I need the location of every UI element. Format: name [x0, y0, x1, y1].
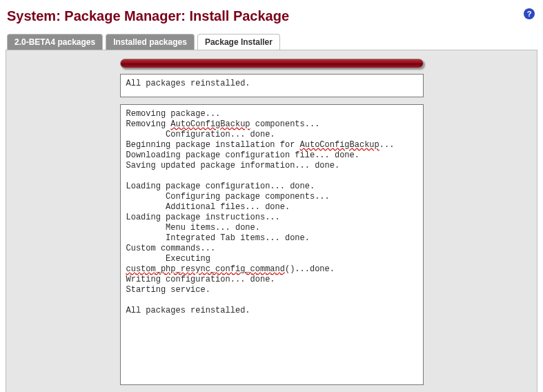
log-token: Removing package... — [126, 109, 221, 119]
log-line: Loading package configuration... done. — [126, 182, 417, 192]
page-title: System: Package Manager: Install Package — [7, 8, 289, 24]
log-token: Integrated Tab items... done. — [126, 233, 310, 243]
content-panel: All packages reinstalled. Removing packa… — [6, 50, 537, 392]
log-line: Beginning package installation for AutoC… — [126, 140, 417, 150]
log-line: Integrated Tab items... done. — [126, 233, 417, 244]
log-line: Additional files... done. — [126, 202, 417, 213]
log-token: components... — [250, 119, 320, 129]
log-token: Saving updated package information... do… — [126, 161, 340, 170]
help-icon[interactable]: ? — [524, 8, 535, 19]
log-line: All packages reinstalled. — [126, 306, 417, 316]
log-token: Menu items... done. — [126, 223, 260, 233]
log-line: Menu items... done. — [126, 223, 417, 233]
status-box: All packages reinstalled. — [120, 74, 424, 97]
log-token: Configuring package components... — [126, 192, 330, 202]
progress-wrap — [6, 59, 537, 68]
log-token: Custom commands... — [126, 244, 216, 253]
log-token-underlined: AutoConfigBackup — [170, 119, 250, 129]
log-line: Removing package... — [126, 109, 417, 119]
log-token: Beginning package installation for — [126, 140, 300, 150]
log-token: Additional files... done. — [126, 202, 290, 212]
log-token: Writing configuration... done. — [126, 275, 275, 284]
log-token: Executing — [126, 254, 216, 264]
log-line: Configuration... done. — [126, 130, 417, 140]
tab-installed-packages[interactable]: Installed packages — [106, 34, 195, 50]
log-token: Downloading package configuration file..… — [126, 150, 359, 160]
log-line — [126, 295, 417, 306]
log-line: Downloading package configuration file..… — [126, 150, 417, 161]
log-line: Removing AutoConfigBackup components... — [126, 119, 417, 130]
log-token: ()...done. — [285, 264, 335, 274]
log-line: Executing custom_php_resync_config_comma… — [126, 254, 417, 275]
log-token-underlined: AutoConfigBackup — [300, 140, 379, 150]
tab-2-0-beta4-packages[interactable]: 2.0-BETA4 packages — [7, 34, 103, 50]
tab-package-installer[interactable]: Package Installer — [197, 34, 280, 50]
log-token: Starting service. — [126, 285, 210, 295]
log-token: All packages reinstalled. — [126, 306, 250, 315]
log-token: Removing — [126, 119, 171, 129]
tabs: 2.0-BETA4 packagesInstalled packagesPack… — [6, 34, 537, 50]
log-line — [126, 171, 417, 182]
log-token: Loading package instructions... — [126, 213, 280, 222]
log-line: Custom commands... — [126, 244, 417, 254]
log-token: Configuration... done. — [126, 130, 275, 139]
log-line: Configuring package components... — [126, 192, 417, 202]
log-token: Loading package configuration... done. — [126, 182, 315, 191]
log-line: Loading package instructions... — [126, 213, 417, 223]
log-line: Writing configuration... done. — [126, 275, 417, 285]
log-line: Saving updated package information... do… — [126, 161, 417, 171]
log-token: ... — [379, 140, 395, 150]
progress-bar — [120, 59, 424, 68]
log-token-underlined: custom_php_resync_config_command — [126, 264, 285, 274]
log-box: Removing package...Removing AutoConfigBa… — [120, 104, 424, 385]
log-line: Starting service. — [126, 285, 417, 295]
